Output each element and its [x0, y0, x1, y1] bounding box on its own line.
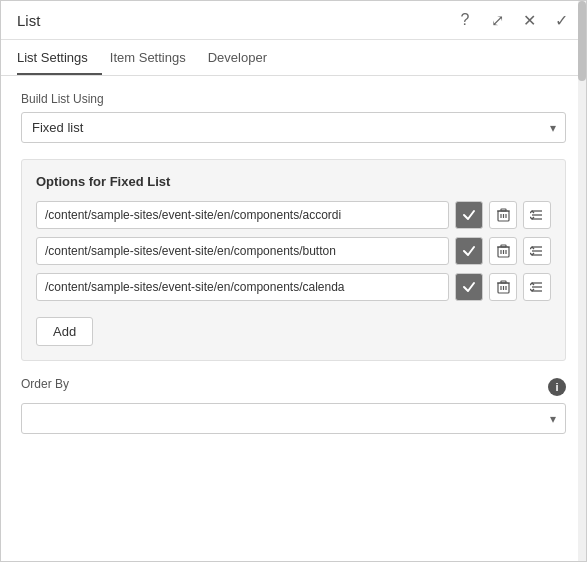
dialog-header: List ? ⤢ ✕ ✓ — [1, 1, 586, 40]
build-list-label: Build List Using — [21, 92, 566, 106]
list-item-input-1[interactable] — [36, 237, 449, 265]
svg-rect-14 — [501, 245, 506, 247]
order-by-section: Order By i ▾ — [21, 377, 566, 434]
order-by-info-icon[interactable]: i — [548, 378, 566, 396]
tab-item-settings[interactable]: Item Settings — [110, 40, 200, 75]
list-item-delete-0[interactable] — [489, 201, 517, 229]
tabs: List Settings Item Settings Developer — [1, 40, 586, 76]
order-by-label: Order By — [21, 377, 69, 391]
options-title: Options for Fixed List — [36, 174, 551, 189]
order-by-select[interactable] — [21, 403, 566, 434]
dialog-content: Build List Using Fixed list Query Parent… — [1, 76, 586, 561]
svg-rect-5 — [501, 209, 506, 211]
order-by-header: Order By i — [21, 377, 566, 397]
list-item-reorder-2[interactable] — [523, 273, 551, 301]
list-item-input-0[interactable] — [36, 201, 449, 229]
tab-list-settings[interactable]: List Settings — [17, 40, 102, 75]
build-list-select-wrapper: Fixed list Query Parents ▾ — [21, 112, 566, 143]
scrollbar-thumb[interactable] — [578, 1, 586, 81]
list-item-delete-2[interactable] — [489, 273, 517, 301]
svg-rect-23 — [501, 281, 506, 283]
list-item — [36, 237, 551, 265]
dialog-title: List — [17, 12, 456, 29]
list-item-reorder-1[interactable] — [523, 237, 551, 265]
help-icon[interactable]: ? — [456, 11, 474, 29]
list-item-delete-1[interactable] — [489, 237, 517, 265]
build-list-select[interactable]: Fixed list Query Parents — [21, 112, 566, 143]
list-item — [36, 201, 551, 229]
add-button[interactable]: Add — [36, 317, 93, 346]
order-by-select-wrapper: ▾ — [21, 403, 566, 434]
header-icons: ? ⤢ ✕ ✓ — [456, 11, 570, 29]
expand-icon[interactable]: ⤢ — [488, 11, 506, 29]
list-item-checkbox-0[interactable] — [455, 201, 483, 229]
tab-developer[interactable]: Developer — [208, 40, 281, 75]
scrollbar-track — [578, 1, 586, 561]
dialog: List ? ⤢ ✕ ✓ List Settings Item Settings… — [0, 0, 587, 562]
close-icon[interactable]: ✕ — [520, 11, 538, 29]
list-item-input-2[interactable] — [36, 273, 449, 301]
list-item-reorder-0[interactable] — [523, 201, 551, 229]
list-item-checkbox-2[interactable] — [455, 273, 483, 301]
options-section: Options for Fixed List — [21, 159, 566, 361]
list-item-checkbox-1[interactable] — [455, 237, 483, 265]
list-item — [36, 273, 551, 301]
confirm-icon[interactable]: ✓ — [552, 11, 570, 29]
